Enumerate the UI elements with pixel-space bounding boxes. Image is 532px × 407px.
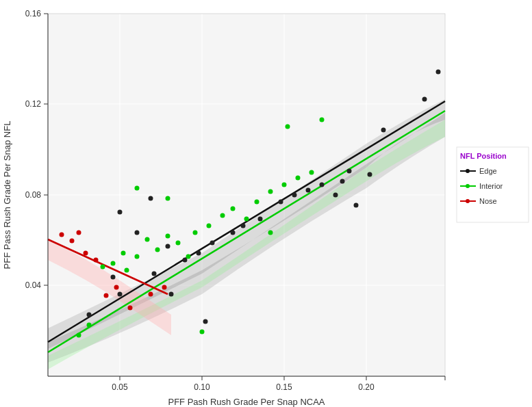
- data-point-interior: [87, 323, 92, 328]
- data-point-nose: [104, 293, 109, 298]
- data-point-interior: [286, 124, 290, 129]
- x-tick-3: 0.15: [276, 382, 292, 392]
- data-point-interior: [268, 189, 273, 194]
- data-point-edge: [169, 292, 174, 297]
- data-point-edge: [118, 210, 123, 215]
- data-point-edge: [347, 169, 352, 174]
- data-point-edge: [197, 251, 201, 256]
- data-point-nose: [114, 285, 119, 290]
- data-point-interior: [309, 170, 314, 175]
- data-point-interior: [166, 234, 170, 239]
- data-point-edge: [292, 193, 297, 198]
- legend-interior-point: [466, 184, 470, 188]
- y-tick-4: 0.16: [25, 9, 42, 18]
- data-point-edge: [87, 313, 92, 317]
- legend-edge-label: Edge: [479, 167, 497, 175]
- data-point-edge: [354, 203, 359, 208]
- data-point-interior: [268, 231, 273, 235]
- data-point-edge: [118, 292, 123, 297]
- x-tick-1: 0.05: [112, 382, 128, 392]
- data-point-interior: [166, 196, 170, 201]
- data-point-nose: [94, 258, 99, 263]
- data-point-edge: [166, 244, 170, 249]
- data-point-interior: [186, 254, 191, 259]
- data-point-edge: [203, 319, 208, 324]
- data-point-interior: [207, 224, 212, 228]
- data-point-edge: [279, 200, 283, 205]
- data-point-edge: [340, 179, 345, 184]
- data-point-interior: [176, 241, 181, 246]
- data-point-edge: [152, 272, 157, 276]
- data-point-nose: [149, 292, 153, 297]
- data-point-interior: [282, 183, 287, 187]
- data-point-edge: [111, 275, 116, 280]
- data-point-edge: [231, 231, 236, 235]
- data-point-interior: [121, 251, 126, 256]
- data-point-edge: [210, 241, 215, 246]
- chart-container: 0.05 0.10 0.15 0.20 0.04 0.08 0.12 0.16 …: [0, 0, 532, 407]
- data-point-interior: [77, 333, 81, 338]
- data-point-edge: [258, 217, 263, 222]
- data-point-interior: [111, 261, 116, 266]
- data-point-nose: [60, 233, 64, 237]
- data-point-edge: [436, 70, 441, 75]
- data-point-nose: [70, 239, 75, 244]
- data-point-edge: [241, 224, 246, 228]
- data-point-interior: [193, 231, 198, 235]
- y-axis-label: PFF Pass Rush Grade Per Snap NFL: [2, 121, 12, 270]
- data-point-interior: [220, 213, 225, 218]
- data-point-nose: [162, 285, 167, 290]
- y-tick-3: 0.12: [25, 99, 42, 109]
- data-point-interior: [135, 254, 140, 259]
- data-point-nose: [77, 231, 81, 235]
- data-point-interior: [125, 268, 129, 273]
- data-point-edge: [306, 188, 311, 193]
- data-point-interior: [231, 207, 236, 211]
- data-point-interior: [145, 237, 150, 242]
- scatter-plot: 0.05 0.10 0.15 0.20 0.04 0.08 0.12 0.16 …: [0, 0, 532, 407]
- y-tick-1: 0.04: [25, 280, 42, 290]
- data-point-edge: [183, 258, 188, 263]
- data-point-edge: [422, 97, 427, 102]
- data-point-interior: [101, 265, 105, 270]
- data-point-edge: [320, 183, 325, 187]
- legend-edge-point: [466, 169, 470, 173]
- legend-nose-point: [466, 199, 470, 203]
- data-point-interior: [255, 200, 259, 205]
- data-point-interior: [200, 330, 205, 334]
- x-tick-2: 0.10: [194, 382, 210, 392]
- data-point-edge: [333, 193, 338, 198]
- data-point-nose: [84, 251, 88, 256]
- data-point-interior: [155, 248, 160, 252]
- data-point-interior: [244, 217, 249, 222]
- data-point-nose: [128, 306, 133, 311]
- data-point-interior: [135, 186, 140, 191]
- y-tick-2: 0.08: [25, 190, 42, 200]
- legend-title: NFL Position: [460, 152, 507, 160]
- data-point-interior: [320, 118, 325, 122]
- x-tick-4: 0.20: [358, 382, 375, 392]
- data-point-edge: [368, 172, 372, 177]
- data-point-edge: [381, 128, 386, 133]
- data-point-interior: [296, 176, 301, 181]
- data-point-edge: [135, 231, 140, 235]
- x-axis-label: PFF Pash Rush Grade Per Snap NCAA: [168, 397, 325, 407]
- data-point-edge: [149, 196, 153, 201]
- legend-interior-label: Interior: [479, 182, 503, 190]
- legend-nose-label: Nose: [479, 197, 497, 205]
